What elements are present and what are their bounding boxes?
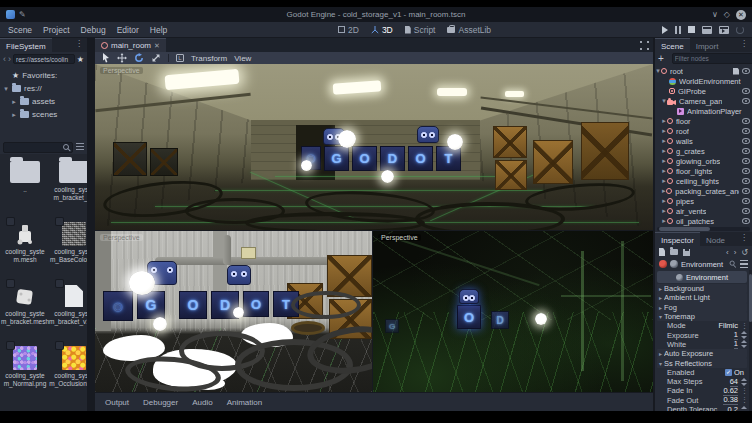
file-search-input[interactable]	[3, 142, 73, 153]
stop-button[interactable]	[688, 26, 695, 33]
history-forward-icon[interactable]: ›	[734, 248, 737, 257]
select-tool-icon[interactable]	[101, 53, 110, 63]
viewport-main[interactable]: ◉ G O D O T	[95, 64, 653, 230]
scene-node[interactable]: ▸ceiling_lights	[655, 176, 752, 186]
file-item-obj[interactable]: cooling_system_bracket_v1.ob	[49, 280, 87, 342]
prop-mode[interactable]: ModeFilmic⋮	[657, 321, 747, 330]
file-item-up[interactable]: ..	[1, 156, 49, 218]
visibility-eye-icon[interactable]	[742, 168, 750, 174]
stepper-icon[interactable]	[741, 331, 747, 339]
stepper-icon[interactable]	[741, 378, 747, 386]
nav-back-button[interactable]: ‹	[3, 54, 6, 64]
prop-white[interactable]: White1	[657, 340, 747, 349]
scene-dock-menu-icon[interactable]: ⋮	[736, 38, 752, 52]
scene-tab-main-room[interactable]: main_room ✕	[95, 38, 166, 52]
minimize-button[interactable]: ∨	[712, 10, 718, 19]
distraction-free-icon[interactable]	[640, 41, 649, 50]
scene-node[interactable]: ▸glowing_orbs	[655, 156, 752, 166]
tab-node[interactable]: Node	[700, 232, 731, 246]
filter-nodes-input[interactable]	[675, 55, 752, 62]
section-ss-reflections[interactable]: Ss Reflections	[657, 358, 747, 367]
file-item-mesh[interactable]: cooling_system_bracket.mesh	[1, 280, 49, 342]
section-auto-exposure[interactable]: Auto Exposure	[657, 349, 747, 358]
save-resource-icon[interactable]	[683, 249, 690, 256]
inspector-menu-icon[interactable]: ⋮	[736, 232, 752, 246]
slider-icon[interactable]: ⋮	[741, 396, 747, 404]
visibility-eye-icon[interactable]	[742, 218, 750, 224]
play-scene-button[interactable]	[702, 26, 712, 34]
slider-icon[interactable]: ⋮	[741, 387, 747, 395]
prop-fade-out[interactable]: Fade Out0.38⋮	[657, 396, 747, 405]
file-item-mesh[interactable]: cooling_system.mesh	[1, 218, 49, 280]
scene-node[interactable]: ▸floor_lights	[655, 166, 752, 176]
play-custom-scene-button[interactable]	[719, 26, 729, 34]
new-resource-icon[interactable]	[659, 248, 665, 256]
camera-label-bottom-left[interactable]: Perspective	[100, 234, 143, 241]
prop-fade-in[interactable]: Fade In0.62⋮	[657, 386, 747, 395]
visibility-eye-icon[interactable]	[742, 158, 750, 164]
scene-node[interactable]: ▸walls	[655, 136, 752, 146]
camera-label-bottom-right[interactable]: Perspective	[378, 234, 421, 241]
stepper-icon[interactable]	[741, 340, 747, 348]
viewport-bottom-left[interactable]: ◉ G O D O T	[95, 231, 372, 392]
prop-exposure[interactable]: Exposure1	[657, 330, 747, 339]
section-background[interactable]: Background	[657, 284, 747, 293]
visibility-eye-icon[interactable]	[742, 68, 750, 74]
prop-max-steps[interactable]: Max Steps64	[657, 377, 747, 386]
scene-node[interactable]: ▸oil_patches	[655, 216, 752, 226]
fs-tree-favorites[interactable]: ★Favorites:	[3, 69, 87, 82]
workspace-2d-button[interactable]: 2D	[338, 25, 359, 35]
move-tool-icon[interactable]	[117, 53, 127, 63]
environment-header[interactable]: Environment	[657, 271, 747, 283]
tab-audio[interactable]: Audio	[192, 398, 212, 407]
scene-node[interactable]: AnimationPlayer	[655, 106, 752, 116]
play-button[interactable]	[662, 26, 668, 34]
inspector-tools-icon[interactable]	[740, 260, 748, 268]
tab-debugger[interactable]: Debugger	[143, 398, 178, 407]
scene-node[interactable]: ▸packing_crates_and_	[655, 186, 752, 196]
file-item-texture[interactable]: cooling_system_OcclusionRou	[49, 342, 87, 404]
visibility-eye-icon[interactable]	[742, 98, 750, 104]
add-node-button[interactable]: +	[658, 54, 664, 64]
view-menu[interactable]: View	[234, 54, 251, 63]
scene-node[interactable]: ▸roof	[655, 126, 752, 136]
visibility-eye-icon[interactable]	[742, 148, 750, 154]
scene-tree-scrollbar[interactable]	[657, 227, 750, 231]
visibility-eye-icon[interactable]	[742, 88, 750, 94]
scene-node[interactable]: ▸floor	[655, 116, 752, 126]
visibility-eye-icon[interactable]	[742, 128, 750, 134]
workspace-assetlib-button[interactable]: AssetLib	[447, 25, 491, 35]
visibility-eye-icon[interactable]	[742, 178, 750, 184]
scene-node-root[interactable]: ▾root	[655, 66, 752, 76]
file-list-view-toggle[interactable]	[76, 143, 84, 151]
checkbox-checked-icon[interactable]: ✓	[725, 369, 732, 376]
tab-animation[interactable]: Animation	[227, 398, 263, 407]
scene-node[interactable]: GIProbe	[655, 86, 752, 96]
history-icon[interactable]: ↺	[741, 248, 748, 257]
search-properties-icon[interactable]	[730, 261, 737, 268]
workspace-script-button[interactable]: Script	[405, 25, 436, 35]
close-tab-icon[interactable]: ✕	[154, 42, 160, 50]
menu-help[interactable]: Help	[150, 25, 167, 35]
file-item-folder[interactable]: cooling_system_bracket_v1	[49, 156, 87, 218]
visibility-eye-icon[interactable]	[742, 188, 750, 194]
file-item-texture[interactable]: cooling_system_Normal.png	[1, 342, 49, 404]
nav-forward-button[interactable]: ›	[8, 54, 11, 64]
section-fog[interactable]: Fog	[657, 303, 747, 312]
menu-editor[interactable]: Editor	[117, 25, 139, 35]
file-item-texture[interactable]: cooling_system_BaseColor.pn	[49, 218, 87, 280]
workspace-3d-button[interactable]: 3D	[371, 25, 393, 35]
menu-scene[interactable]: Scene	[8, 25, 32, 35]
transform-menu[interactable]: Transform	[191, 54, 227, 63]
load-resource-icon[interactable]	[670, 249, 678, 255]
filesystem-menu-icon[interactable]: ⋮	[71, 38, 87, 52]
visibility-eye-icon[interactable]	[742, 198, 750, 204]
close-button[interactable]: ✕	[736, 10, 746, 20]
rotate-tool-icon[interactable]	[134, 53, 144, 63]
fs-tree-assets[interactable]: ▸assets	[3, 95, 87, 108]
script-icon[interactable]	[733, 68, 739, 75]
options-icon[interactable]: ⋮	[741, 322, 747, 330]
fs-tree-scenes[interactable]: ▸scenes	[3, 108, 87, 121]
visibility-eye-icon[interactable]	[742, 138, 750, 144]
tab-output[interactable]: Output	[105, 398, 129, 407]
